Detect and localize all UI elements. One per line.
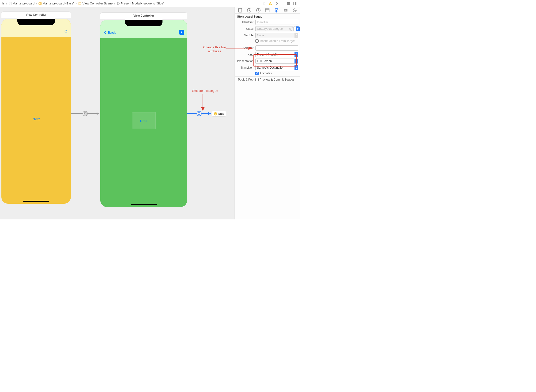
kind-select[interactable]: Present Modally xyxy=(255,52,298,57)
connections-inspector-tab[interactable] xyxy=(292,8,297,13)
scene-title-bar[interactable]: View Controller xyxy=(1,12,71,18)
svg-marker-20 xyxy=(201,107,205,111)
presentation-value: Full Screen xyxy=(257,60,272,63)
crumb-storyboard-base[interactable]: Main.storyboard (Base) xyxy=(38,2,75,5)
svg-rect-16 xyxy=(85,113,86,114)
presentation-select[interactable]: Full Screen xyxy=(255,59,298,64)
svg-rect-1 xyxy=(9,3,10,3)
nav-bar-row: Back xyxy=(100,28,187,36)
attributes-inspector-tab[interactable] xyxy=(274,8,279,13)
scene-icon xyxy=(78,2,81,5)
segue-node-embed[interactable] xyxy=(82,111,88,116)
scene-dot-icon xyxy=(214,112,217,116)
history-inspector-tab[interactable] xyxy=(247,8,252,13)
crumb-main-storyboard[interactable]: Main.storyboard xyxy=(8,2,35,5)
file-inspector-tab[interactable] xyxy=(238,8,243,13)
nav-back-button[interactable] xyxy=(262,1,266,6)
inspector-panel: ? Storyboard Segue Identifier Class ▸ Mo… xyxy=(234,7,300,219)
svg-rect-6 xyxy=(79,2,81,5)
svg-rect-7 xyxy=(79,3,81,3)
animates-checkbox[interactable] xyxy=(255,72,259,75)
notch xyxy=(125,20,163,26)
svg-rect-9 xyxy=(117,3,119,4)
crumb-parent-trunc[interactable]: ls xyxy=(1,2,5,5)
crumb-label: ls xyxy=(2,2,5,5)
segue-connector xyxy=(88,113,97,114)
phone-mock-vc1[interactable]: Next xyxy=(1,19,71,204)
preview-label: Preview & Commit Segues xyxy=(259,78,295,81)
storyboard-file-icon xyxy=(9,2,12,5)
segue-connector-selected xyxy=(187,113,196,114)
row-inherit: Inherit Module From Target xyxy=(237,39,298,43)
back-label: Back xyxy=(108,30,116,34)
separator xyxy=(235,76,300,77)
download-button[interactable] xyxy=(179,30,184,35)
class-jump-button[interactable]: ▸ xyxy=(289,27,293,31)
crumb-scene[interactable]: View Controller Scene xyxy=(77,2,114,5)
row-module: Module None xyxy=(237,33,298,38)
svg-rect-25 xyxy=(265,9,269,12)
scene-ref-label: Side xyxy=(218,112,224,116)
svg-rect-0 xyxy=(9,2,11,5)
chevron-left-icon xyxy=(103,30,107,34)
toolbar-right xyxy=(262,1,299,6)
svg-rect-3 xyxy=(9,4,10,4)
next-button[interactable]: Next xyxy=(1,117,71,121)
notch xyxy=(17,19,55,25)
arrowhead-icon xyxy=(97,112,99,115)
svg-rect-17 xyxy=(198,113,200,115)
size-inspector-tab[interactable] xyxy=(283,8,288,13)
class-dropdown-button[interactable] xyxy=(294,26,298,31)
row-class: Class ▸ xyxy=(237,26,298,31)
svg-marker-34 xyxy=(295,9,296,11)
svg-text:?: ? xyxy=(258,9,259,12)
share-icon xyxy=(64,29,68,33)
annotation-change-attrs: Change this two attributes xyxy=(199,45,230,53)
back-button[interactable]: Back xyxy=(103,30,116,34)
scene-title-bar[interactable]: View Controller xyxy=(100,13,187,19)
inspector-section-header: Storyboard Segue xyxy=(235,14,300,19)
crumb-segue[interactable]: Present Modally segue to "Side" xyxy=(116,2,165,5)
crumb-label: Main.storyboard xyxy=(13,2,34,5)
scene-reference-side[interactable]: Side xyxy=(212,111,226,117)
help-inspector-tab[interactable]: ? xyxy=(256,8,261,13)
svg-point-8 xyxy=(117,2,120,5)
segue-connector xyxy=(71,113,82,114)
outline-icon[interactable] xyxy=(287,1,291,6)
svg-rect-21 xyxy=(239,8,242,12)
identity-inspector-tab[interactable] xyxy=(265,8,270,13)
svg-point-18 xyxy=(215,113,216,114)
breadcrumb-bar: ls › Main.storyboard › Main.storyboard (… xyxy=(0,0,300,7)
home-indicator xyxy=(131,204,157,205)
scene-title: View Controller xyxy=(134,14,154,17)
animates-label: Animates xyxy=(259,72,272,75)
label-module: Module xyxy=(237,34,255,37)
inherit-checkbox[interactable] xyxy=(255,39,259,43)
storyboard-canvas[interactable]: View Controller Next View Controller Bac… xyxy=(0,7,234,219)
label-presentation: Presentation xyxy=(237,60,255,63)
inherit-label: Inherit Module From Target xyxy=(259,39,295,43)
svg-rect-11 xyxy=(270,4,271,5)
identifier-field[interactable] xyxy=(255,20,298,25)
nav-bar-row xyxy=(1,28,71,35)
selector-field[interactable] xyxy=(255,45,298,51)
svg-rect-12 xyxy=(294,2,297,5)
download-icon xyxy=(180,31,183,34)
preview-checkbox[interactable] xyxy=(255,78,259,81)
label-kind: Kind xyxy=(237,53,255,56)
svg-rect-10 xyxy=(270,3,271,4)
warning-icon[interactable] xyxy=(268,1,273,6)
next-button[interactable]: Next xyxy=(132,112,155,129)
module-select[interactable]: None xyxy=(255,33,298,38)
share-button[interactable] xyxy=(64,29,68,33)
container-view[interactable]: Next xyxy=(132,112,155,129)
row-peek-pop: Peek & Pop Preview & Commit Segues xyxy=(237,78,298,81)
annotation-arrow-icon xyxy=(198,93,207,112)
transition-select[interactable]: Same As Destination xyxy=(255,65,298,70)
nav-forward-button[interactable] xyxy=(275,1,279,6)
class-field[interactable] xyxy=(255,26,294,31)
adjust-editor-icon[interactable] xyxy=(293,1,297,6)
phone-mock-vc2[interactable]: Back Next xyxy=(100,20,187,207)
crumb-label: Main.storyboard (Base) xyxy=(43,2,74,5)
module-value: None xyxy=(257,34,264,37)
